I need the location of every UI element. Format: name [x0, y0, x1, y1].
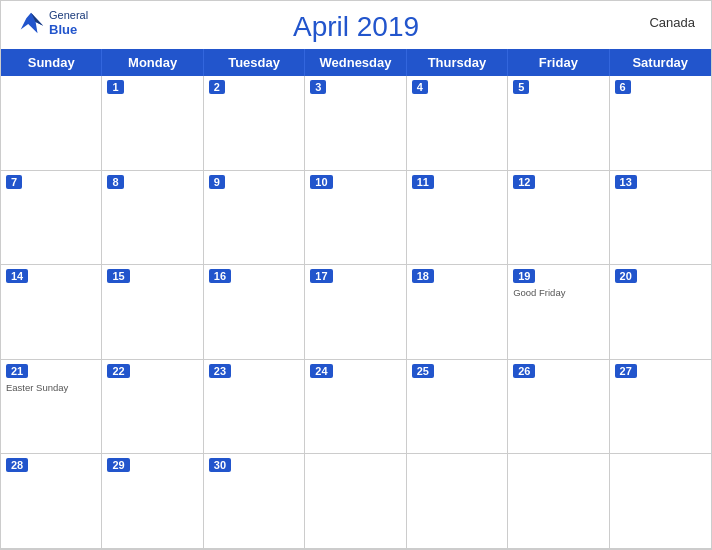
day-cell: 19Good Friday — [508, 265, 609, 360]
day-number: 12 — [513, 175, 535, 189]
day-cell: 21Easter Sunday — [1, 360, 102, 455]
day-cell: 4 — [407, 76, 508, 171]
day-header-thursday: Thursday — [407, 49, 508, 76]
day-cell: 15 — [102, 265, 203, 360]
day-number: 30 — [209, 458, 231, 472]
day-cell: 25 — [407, 360, 508, 455]
day-cell — [407, 454, 508, 549]
day-header-saturday: Saturday — [610, 49, 711, 76]
day-number: 28 — [6, 458, 28, 472]
day-number: 24 — [310, 364, 332, 378]
day-header-sunday: Sunday — [1, 49, 102, 76]
day-cell: 12 — [508, 171, 609, 266]
day-number: 4 — [412, 80, 428, 94]
day-cell: 6 — [610, 76, 711, 171]
day-number: 9 — [209, 175, 225, 189]
day-number: 1 — [107, 80, 123, 94]
day-number: 5 — [513, 80, 529, 94]
logo-icon — [17, 9, 45, 37]
day-cell: 26 — [508, 360, 609, 455]
day-cell — [610, 454, 711, 549]
day-cell: 3 — [305, 76, 406, 171]
day-number: 16 — [209, 269, 231, 283]
logo-text: General Blue — [49, 9, 88, 38]
day-cell: 10 — [305, 171, 406, 266]
day-number: 8 — [107, 175, 123, 189]
calendar: General Blue April 2019 Canada SundayMon… — [0, 0, 712, 550]
day-cell: 18 — [407, 265, 508, 360]
day-cell — [508, 454, 609, 549]
day-header-monday: Monday — [102, 49, 203, 76]
day-cell: 23 — [204, 360, 305, 455]
day-cell: 28 — [1, 454, 102, 549]
day-number: 17 — [310, 269, 332, 283]
day-cell: 8 — [102, 171, 203, 266]
day-header-tuesday: Tuesday — [204, 49, 305, 76]
day-cell: 2 — [204, 76, 305, 171]
day-cell — [1, 76, 102, 171]
day-cell: 24 — [305, 360, 406, 455]
day-header-friday: Friday — [508, 49, 609, 76]
day-cell: 22 — [102, 360, 203, 455]
day-cell: 11 — [407, 171, 508, 266]
day-number: 19 — [513, 269, 535, 283]
day-cell: 27 — [610, 360, 711, 455]
day-number: 7 — [6, 175, 22, 189]
calendar-header: General Blue April 2019 Canada — [1, 1, 711, 49]
day-number: 18 — [412, 269, 434, 283]
day-cell: 1 — [102, 76, 203, 171]
holiday-label: Good Friday — [513, 287, 565, 298]
day-cell: 14 — [1, 265, 102, 360]
day-number: 15 — [107, 269, 129, 283]
day-number: 29 — [107, 458, 129, 472]
day-number: 22 — [107, 364, 129, 378]
day-number: 14 — [6, 269, 28, 283]
calendar-title: April 2019 — [293, 11, 419, 43]
day-number: 2 — [209, 80, 225, 94]
calendar-country: Canada — [649, 15, 695, 30]
holiday-label: Easter Sunday — [6, 382, 68, 393]
day-number: 3 — [310, 80, 326, 94]
day-number: 20 — [615, 269, 637, 283]
day-headers-row: SundayMondayTuesdayWednesdayThursdayFrid… — [1, 49, 711, 76]
calendar-grid: 12345678910111213141516171819Good Friday… — [1, 76, 711, 549]
day-cell: 9 — [204, 171, 305, 266]
day-number: 25 — [412, 364, 434, 378]
day-cell — [305, 454, 406, 549]
day-cell: 17 — [305, 265, 406, 360]
day-cell: 13 — [610, 171, 711, 266]
day-cell: 16 — [204, 265, 305, 360]
day-number: 6 — [615, 80, 631, 94]
day-number: 27 — [615, 364, 637, 378]
day-cell: 5 — [508, 76, 609, 171]
day-cell: 20 — [610, 265, 711, 360]
logo: General Blue — [17, 9, 88, 38]
day-cell: 7 — [1, 171, 102, 266]
day-number: 13 — [615, 175, 637, 189]
day-header-wednesday: Wednesday — [305, 49, 406, 76]
day-number: 10 — [310, 175, 332, 189]
day-number: 11 — [412, 175, 434, 189]
day-cell: 30 — [204, 454, 305, 549]
day-cell: 29 — [102, 454, 203, 549]
day-number: 26 — [513, 364, 535, 378]
day-number: 23 — [209, 364, 231, 378]
day-number: 21 — [6, 364, 28, 378]
